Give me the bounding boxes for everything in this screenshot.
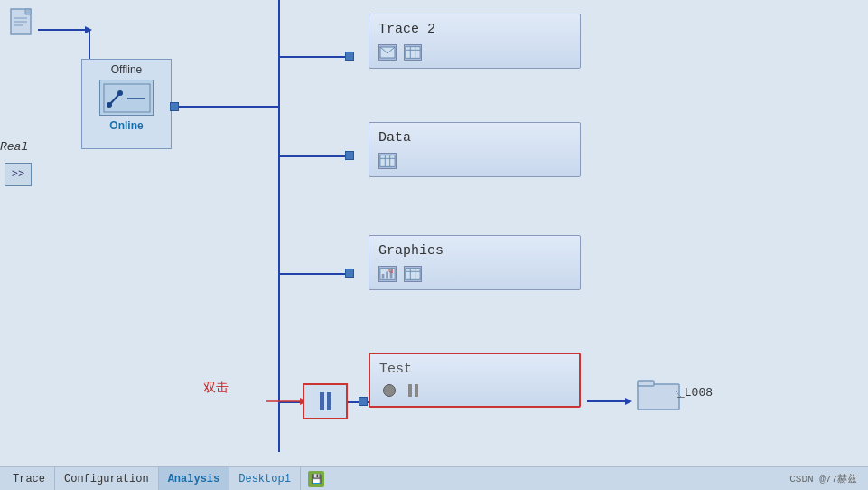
port-test xyxy=(359,397,368,406)
trace2-title: Trace 2 xyxy=(369,14,580,41)
output-arrow xyxy=(587,395,632,408)
real-label: Real xyxy=(0,140,28,154)
data-icons xyxy=(369,149,580,176)
save-icon[interactable]: 💾 xyxy=(308,471,324,487)
dclick-bar-1 xyxy=(320,392,324,410)
svg-rect-23 xyxy=(386,271,388,278)
test-block[interactable]: Test xyxy=(369,353,581,408)
folder-icon xyxy=(636,375,681,418)
svg-rect-17 xyxy=(380,155,395,167)
arrow-from-doc xyxy=(38,24,92,35)
switch-online-label: Online xyxy=(82,119,171,132)
data-title: Data xyxy=(369,123,580,149)
data-block[interactable]: Data xyxy=(369,122,581,177)
trace2-icons xyxy=(369,41,580,68)
pause-btn[interactable] xyxy=(408,384,418,397)
dclick-bar-2 xyxy=(327,392,331,410)
trace2-block[interactable]: Trace 2 xyxy=(369,14,581,69)
svg-rect-35 xyxy=(638,384,679,410)
tab-configuration[interactable]: Configuration xyxy=(55,467,159,490)
tab-trace[interactable]: Trace xyxy=(4,467,55,490)
hline-trace2 xyxy=(278,56,352,58)
pause-bar-1 xyxy=(408,384,412,397)
switch-icon xyxy=(99,80,154,116)
hline-graphics xyxy=(278,273,352,275)
main-vertical-line xyxy=(278,0,280,452)
switch-block[interactable]: Offline Online xyxy=(81,59,172,149)
status-bar-right: CSDN @77赫兹 xyxy=(789,472,864,485)
hline-data xyxy=(278,155,352,157)
dclick-bars xyxy=(320,392,331,410)
graphics-block[interactable]: Graphics xyxy=(369,235,581,290)
svg-marker-1 xyxy=(25,9,31,14)
switch-output-port xyxy=(170,102,179,111)
hline-switch-to-main xyxy=(179,106,280,108)
tab-desktop1[interactable]: Desktop1 xyxy=(229,467,301,490)
record-btn[interactable] xyxy=(383,384,396,397)
svg-point-9 xyxy=(107,102,112,108)
table-icon-trace2 xyxy=(404,44,422,61)
svg-rect-13 xyxy=(406,47,420,59)
svg-rect-36 xyxy=(638,381,654,386)
svg-rect-27 xyxy=(406,269,420,280)
port-trace2 xyxy=(345,52,354,61)
canvas-area: Offline Online Real >> Trace 2 xyxy=(0,0,868,466)
pause-bar-2 xyxy=(415,384,418,397)
output-label: _L008 xyxy=(677,386,713,400)
switch-offline-label: Offline xyxy=(82,60,171,76)
double-click-label: 双击 xyxy=(203,380,229,396)
arrow-to-dclick-block xyxy=(266,395,307,412)
port-data xyxy=(345,151,354,160)
port-graphics xyxy=(345,269,354,278)
doc-icon xyxy=(9,7,38,40)
envelope-icon xyxy=(378,44,397,61)
svg-marker-34 xyxy=(625,398,632,405)
chart-icon xyxy=(378,266,397,282)
graphics-icons xyxy=(369,262,580,289)
svg-rect-22 xyxy=(382,274,385,278)
dclick-block[interactable] xyxy=(303,383,348,419)
test-controls xyxy=(370,381,579,406)
graphics-title: Graphics xyxy=(369,236,580,262)
test-title: Test xyxy=(370,354,579,381)
svg-point-10 xyxy=(117,90,123,96)
tab-analysis[interactable]: Analysis xyxy=(159,467,230,490)
tab-bar: Trace Configuration Analysis Desktop1 💾 … xyxy=(0,466,868,490)
double-arrow-btn[interactable]: >> xyxy=(5,163,32,186)
table-icon-graphics xyxy=(404,266,422,282)
table-icon-data xyxy=(378,153,397,169)
